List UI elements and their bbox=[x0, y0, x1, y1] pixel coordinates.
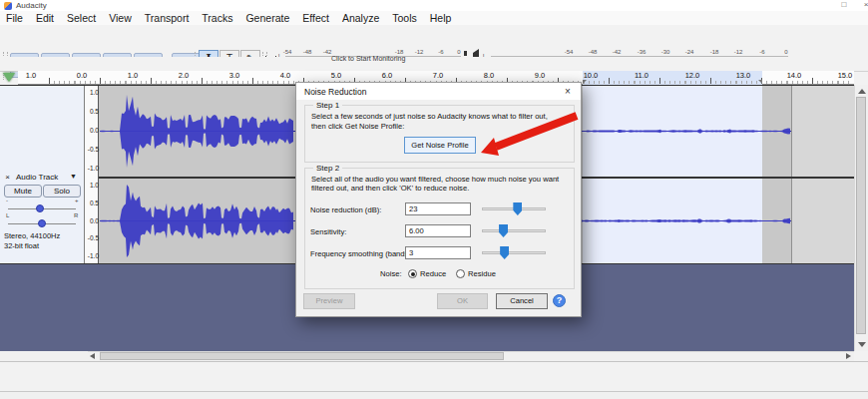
timeline-label-9.0: 9.0 bbox=[535, 71, 545, 80]
frequency-smoothing-label: Frequency smoothing (bands): bbox=[310, 249, 413, 258]
timeline-label-15.0: 15.0 bbox=[838, 71, 853, 80]
menu-item-generate[interactable]: Generate bbox=[245, 12, 289, 24]
sensitivity-label: Sensitivity: bbox=[310, 227, 346, 236]
menu-item-tracks[interactable]: Tracks bbox=[202, 12, 232, 24]
close-window-button[interactable]: × bbox=[860, 0, 868, 10]
scroll-right-icon[interactable] bbox=[846, 353, 851, 359]
get-noise-profile-button[interactable]: Get Noise Profile bbox=[404, 137, 476, 154]
beyond-clip-area-left[interactable] bbox=[791, 86, 854, 177]
ok-button[interactable]: OK bbox=[437, 293, 488, 309]
close-track-button[interactable]: × bbox=[3, 173, 12, 182]
sensitivity-slider[interactable] bbox=[482, 224, 546, 237]
preview-button[interactable]: Preview bbox=[303, 293, 355, 309]
noise-reduction-slider-thumb[interactable] bbox=[513, 202, 522, 215]
track-name[interactable]: Audio Track bbox=[16, 173, 58, 182]
mute-button[interactable]: Mute bbox=[4, 185, 42, 198]
step2-legend: Step 2 bbox=[313, 164, 342, 173]
step2-text-line1: Select all of the audio you want filtere… bbox=[311, 175, 559, 184]
scroll-left-icon[interactable] bbox=[90, 353, 95, 359]
audacity-window: Audacity □ × FileEditSelectViewTransport… bbox=[0, 0, 868, 399]
frequency-smoothing-slider[interactable] bbox=[482, 246, 546, 259]
horizontal-scrollbar-thumb[interactable] bbox=[100, 352, 504, 360]
vertical-scale-value: -1.0 bbox=[86, 252, 99, 259]
scroll-down-icon[interactable] bbox=[858, 342, 866, 347]
playback-meter-tick: -18 bbox=[710, 49, 719, 55]
dialog-title: Noise Reduction bbox=[304, 87, 366, 97]
noise-reduction-dialog: Noise Reduction × Step 1 Select a few se… bbox=[295, 82, 582, 317]
timeline-label-4.0: 4.0 bbox=[280, 71, 290, 80]
solo-button[interactable]: Solo bbox=[43, 185, 81, 198]
radio-reduce[interactable] bbox=[408, 269, 417, 278]
timeline-label-0.0: 0.0 bbox=[77, 71, 87, 80]
step1-text-line1: Select a few seconds of just noise so Au… bbox=[311, 112, 548, 121]
playback-meter-tick: -54 bbox=[565, 49, 574, 55]
gain-plus-label: + bbox=[75, 198, 79, 203]
track-menu-arrow-icon[interactable]: ▼ bbox=[70, 173, 77, 180]
step2-text-line2: filtered out, and then click 'OK' to red… bbox=[311, 184, 469, 193]
radio-residue[interactable] bbox=[456, 269, 465, 278]
menu-item-tools[interactable]: Tools bbox=[392, 12, 417, 24]
frequency-smoothing-slider-thumb[interactable] bbox=[500, 246, 509, 259]
vertical-scale-value: 1.0 bbox=[86, 182, 99, 189]
timeline-label-14.0: 14.0 bbox=[787, 71, 802, 80]
help-button[interactable]: ? bbox=[553, 294, 566, 307]
menu-item-edit[interactable]: Edit bbox=[36, 12, 54, 24]
vertical-scale-value: 1.0 bbox=[86, 89, 99, 96]
playback-meter-tick: -30 bbox=[661, 49, 670, 55]
pan-thumb[interactable] bbox=[38, 219, 46, 227]
waveform-selection-left[interactable] bbox=[583, 86, 762, 177]
radio-residue-label[interactable]: Residue bbox=[468, 269, 496, 278]
vertical-scale-value: -0.5 bbox=[86, 146, 99, 153]
cancel-button[interactable]: Cancel bbox=[496, 293, 548, 309]
timeline-label-7.0: 7.0 bbox=[433, 71, 443, 80]
gain-thumb[interactable] bbox=[36, 204, 44, 212]
recording-meter-tick: 0 bbox=[457, 49, 460, 55]
step1-legend: Step 1 bbox=[313, 101, 342, 110]
playback-meter-tick: -24 bbox=[685, 49, 694, 55]
status-bar bbox=[0, 391, 868, 399]
timeline-label-1.0: 1.0 bbox=[128, 71, 138, 80]
recording-meter-tick: -54 bbox=[283, 49, 292, 55]
window-title: Audacity bbox=[16, 1, 47, 10]
menu-item-view[interactable]: View bbox=[109, 12, 132, 24]
pan-left-label: L bbox=[6, 212, 9, 218]
timeline-label-3.0: 3.0 bbox=[229, 71, 239, 80]
track-format-line2: 32-bit float bbox=[4, 241, 39, 250]
selection-end-pin[interactable] bbox=[758, 80, 762, 84]
step1-text-line2: then click Get Noise Profile: bbox=[311, 122, 404, 131]
menu-item-transport[interactable]: Transport bbox=[145, 12, 190, 24]
radio-reduce-label[interactable]: Reduce bbox=[420, 269, 446, 278]
waveform-selection-right[interactable] bbox=[583, 179, 762, 263]
monitor-text[interactable]: Click to Start Monitoring bbox=[331, 55, 405, 62]
timeline-label-5.0: 5.0 bbox=[331, 71, 341, 80]
audacity-logo-icon bbox=[4, 2, 12, 10]
timeline-label-10.0: 10.0 bbox=[584, 71, 599, 80]
maximize-button[interactable]: □ bbox=[838, 0, 850, 10]
timeline-label-13.0: 13.0 bbox=[736, 71, 751, 80]
noise-reduction-input[interactable]: 23 bbox=[405, 202, 471, 215]
timeline-options-button[interactable] bbox=[3, 73, 15, 82]
dialog-title-bar[interactable]: Noise Reduction × bbox=[296, 83, 581, 100]
gain-minus-label: - bbox=[6, 198, 8, 203]
menu-item-analyze[interactable]: Analyze bbox=[342, 12, 379, 24]
dialog-close-button[interactable]: × bbox=[561, 86, 575, 98]
timeline-label-1.0: 1.0 bbox=[26, 71, 36, 80]
menu-item-select[interactable]: Select bbox=[67, 12, 96, 24]
selection-toolbar: Project Rate (Hz) 44100▾ Snap-To Off▾ Au… bbox=[0, 361, 868, 391]
playback-meter-tick: -48 bbox=[589, 49, 598, 55]
sensitivity-slider-thumb[interactable] bbox=[499, 224, 508, 237]
scroll-up-icon[interactable] bbox=[858, 89, 866, 94]
selection-start-pin[interactable] bbox=[583, 80, 587, 84]
vertical-scale-value: -1.0 bbox=[86, 165, 99, 172]
timeline-label-2.0: 2.0 bbox=[179, 71, 189, 80]
device-toolbar: MME▾ Microphone (Yeti Stereo Microph▾ 2 … bbox=[0, 57, 868, 72]
frequency-smoothing-input[interactable]: 3 bbox=[405, 246, 471, 259]
menu-item-help[interactable]: Help bbox=[430, 12, 452, 24]
vertical-scrollbar-thumb[interactable] bbox=[856, 97, 866, 334]
noise-reduction-slider[interactable] bbox=[482, 202, 546, 215]
menu-item-file[interactable]: File bbox=[6, 12, 23, 24]
track-format-line1: Stereo, 44100Hz bbox=[4, 231, 60, 240]
sensitivity-input[interactable]: 6.00 bbox=[405, 224, 471, 237]
menu-item-effect[interactable]: Effect bbox=[302, 12, 329, 24]
beyond-clip-area-right[interactable] bbox=[791, 179, 854, 263]
